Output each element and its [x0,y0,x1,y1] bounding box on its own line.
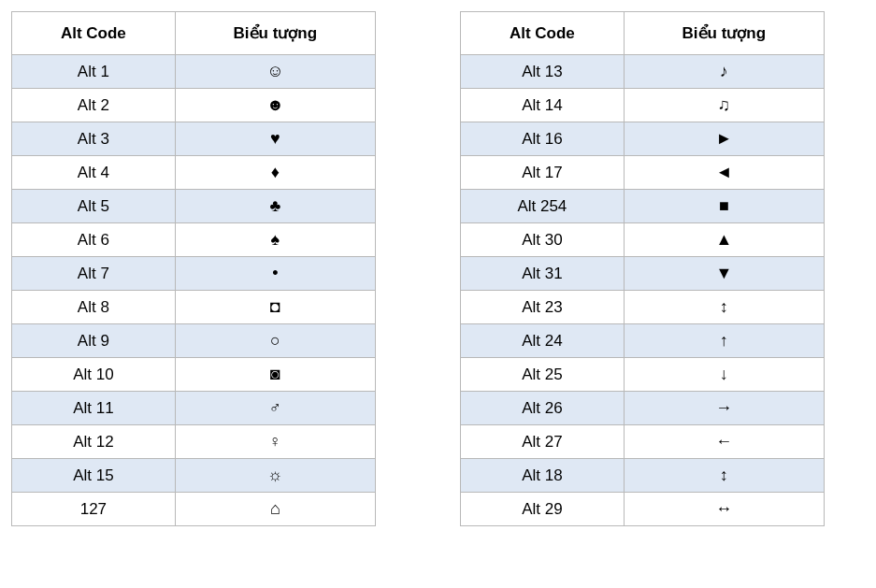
symbol-cell: → [624,392,824,425]
alt-code-cell: Alt 30 [461,223,625,257]
alt-code-table-right: Alt Code Biểu tượng Alt 13♪Alt 14♫Alt 16… [460,11,825,526]
table-row: Alt 27← [461,425,825,459]
header-symbol: Biểu tượng [175,12,375,55]
symbol-cell: ☻ [175,89,375,122]
alt-code-cell: Alt 9 [12,324,176,358]
right-table-wrapper: Alt Code Biểu tượng Alt 13♪Alt 14♫Alt 16… [460,11,825,526]
alt-code-cell: Alt 10 [12,358,176,392]
left-table-wrapper: Alt Code Biểu tượng Alt 1☺Alt 2☻Alt 3♥Al… [11,11,376,526]
symbol-cell: ♪ [624,55,824,89]
alt-code-cell: Alt 16 [461,122,625,156]
alt-code-cell: Alt 6 [12,223,176,257]
alt-code-cell: 127 [12,493,176,526]
alt-code-cell: Alt 7 [12,257,176,291]
alt-code-cell: Alt 26 [461,392,625,425]
table-row: Alt 12♀ [12,425,376,459]
alt-code-cell: Alt 254 [461,190,625,223]
alt-code-cell: Alt 18 [461,459,625,493]
table-row: Alt 1☺ [12,55,376,89]
table-row: Alt 15☼ [12,459,376,493]
table-row: Alt 30▲ [461,223,825,257]
symbol-cell: ☺ [175,55,375,89]
alt-code-cell: Alt 3 [12,122,176,156]
alt-code-cell: Alt 14 [461,89,625,122]
table-row: Alt 26→ [461,392,825,425]
symbol-cell: ◄ [624,156,824,190]
table-row: Alt 17◄ [461,156,825,190]
alt-code-table-left: Alt Code Biểu tượng Alt 1☺Alt 2☻Alt 3♥Al… [11,11,376,526]
table-row: Alt 4♦ [12,156,376,190]
alt-code-cell: Alt 15 [12,459,176,493]
symbol-cell: ♥ [175,122,375,156]
symbol-cell: ▲ [624,223,824,257]
table-row: Alt 10◙ [12,358,376,392]
symbol-cell: ○ [175,324,375,358]
symbol-cell: ⌂ [175,493,375,526]
symbol-cell: ↓ [624,358,824,392]
table-row: Alt 254■ [461,190,825,223]
table-row: Alt 29↔ [461,493,825,526]
table-row: Alt 16► [461,122,825,156]
symbol-cell: ■ [624,190,824,223]
table-row: Alt 24↑ [461,324,825,358]
table-row: Alt 11♂ [12,392,376,425]
table-row: Alt 6♠ [12,223,376,257]
symbol-cell: ♣ [175,190,375,223]
table-row: Alt 13♪ [461,55,825,89]
symbol-cell: ♂ [175,392,375,425]
symbol-cell: ↔ [624,493,824,526]
symbol-cell: ☼ [175,459,375,493]
alt-code-cell: Alt 23 [461,291,625,324]
symbol-cell: ◙ [175,358,375,392]
alt-code-cell: Alt 12 [12,425,176,459]
table-row: Alt 25↓ [461,358,825,392]
alt-code-cell: Alt 1 [12,55,176,89]
table-header-row: Alt Code Biểu tượng [12,12,376,55]
alt-code-cell: Alt 11 [12,392,176,425]
table-row: 127⌂ [12,493,376,526]
alt-code-cell: Alt 5 [12,190,176,223]
symbol-cell: ♫ [624,89,824,122]
table-row: Alt 2☻ [12,89,376,122]
alt-code-cell: Alt 17 [461,156,625,190]
alt-code-cell: Alt 24 [461,324,625,358]
alt-code-cell: Alt 8 [12,291,176,324]
symbol-cell: • [175,257,375,291]
table-row: Alt 18↕ [461,459,825,493]
table-row: Alt 31▼ [461,257,825,291]
symbol-cell: ↕ [624,459,824,493]
table-row: Alt 14♫ [461,89,825,122]
symbol-cell: ♀ [175,425,375,459]
alt-code-cell: Alt 27 [461,425,625,459]
header-alt-code: Alt Code [461,12,625,55]
alt-code-cell: Alt 2 [12,89,176,122]
table-header-row: Alt Code Biểu tượng [461,12,825,55]
symbol-cell: ♦ [175,156,375,190]
symbol-cell: ▼ [624,257,824,291]
symbol-cell: ♠ [175,223,375,257]
alt-code-cell: Alt 4 [12,156,176,190]
header-alt-code: Alt Code [12,12,176,55]
alt-code-cell: Alt 13 [461,55,625,89]
table-row: Alt 9○ [12,324,376,358]
alt-code-cell: Alt 25 [461,358,625,392]
alt-code-cell: Alt 31 [461,257,625,291]
symbol-cell: ↕ [624,291,824,324]
alt-code-cell: Alt 29 [461,493,625,526]
header-symbol: Biểu tượng [624,12,824,55]
table-row: Alt 5♣ [12,190,376,223]
symbol-cell: ◘ [175,291,375,324]
symbol-cell: ► [624,122,824,156]
symbol-cell: ↑ [624,324,824,358]
symbol-cell: ← [624,425,824,459]
table-row: Alt 8◘ [12,291,376,324]
table-row: Alt 23↕ [461,291,825,324]
table-row: Alt 3♥ [12,122,376,156]
table-row: Alt 7• [12,257,376,291]
